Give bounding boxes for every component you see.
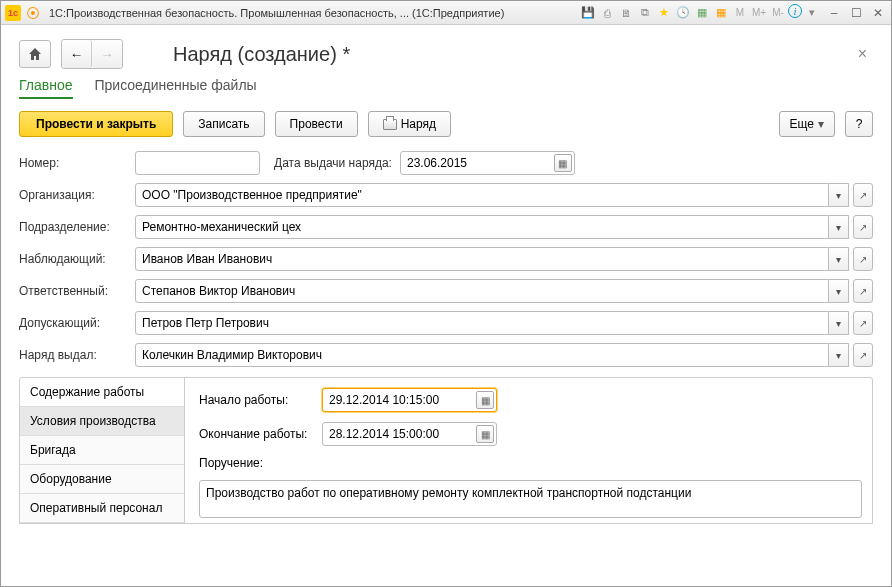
label-observer: Наблюдающий: [19, 252, 127, 266]
home-icon [28, 47, 42, 61]
label-issue-date: Дата выдачи наряда: [274, 156, 392, 170]
window-titlebar: 1c ⦿ 1С:Производственная безопасность. П… [1, 1, 891, 25]
label-admitter: Допускающий: [19, 316, 127, 330]
nav-header: ← → Наряд (создание) * × [19, 39, 873, 69]
compare-tool-icon[interactable]: ⧉ [636, 4, 654, 22]
nav-group: ← → [61, 39, 123, 69]
tabs-nav: Главное Присоединенные файлы [19, 77, 873, 99]
back-button[interactable]: ← [62, 40, 92, 68]
org-open-icon[interactable]: ↗ [853, 183, 873, 207]
right-pane: Начало работы: ▦ Окончание работы: ▦ Пор… [185, 378, 872, 523]
print-tool-icon[interactable]: ⎙ [598, 4, 616, 22]
number-input[interactable] [135, 151, 260, 175]
dept-dropdown-icon[interactable]: ▾ [829, 215, 849, 239]
save-button[interactable]: Записать [183, 111, 264, 137]
side-tab-brigade[interactable]: Бригада [20, 436, 184, 465]
dept-input[interactable] [135, 215, 829, 239]
history-icon[interactable]: 🕓 [674, 4, 692, 22]
more-button[interactable]: Еще [779, 111, 835, 137]
calculator-icon[interactable]: ▦ [693, 4, 711, 22]
admitter-input[interactable] [135, 311, 829, 335]
side-tab-equipment[interactable]: Оборудование [20, 465, 184, 494]
admitter-dropdown-icon[interactable]: ▾ [829, 311, 849, 335]
org-input[interactable] [135, 183, 829, 207]
page-title: Наряд (создание) * [173, 43, 350, 66]
assignment-textarea[interactable] [199, 480, 862, 518]
side-tab-conditions[interactable]: Условия производства [20, 407, 184, 436]
minimize-button[interactable]: – [825, 4, 843, 22]
org-dropdown-icon[interactable]: ▾ [829, 183, 849, 207]
window-close-button[interactable]: ✕ [869, 4, 887, 22]
dept-open-icon[interactable]: ↗ [853, 215, 873, 239]
print-naryad-label: Наряд [401, 117, 436, 131]
observer-input[interactable] [135, 247, 829, 271]
label-dept: Подразделение: [19, 220, 127, 234]
doc-tool-icon[interactable]: 🗎 [617, 4, 635, 22]
side-tab-personnel[interactable]: Оперативный персонал [20, 494, 184, 523]
label-issuer: Наряд выдал: [19, 348, 127, 362]
forward-button[interactable]: → [92, 40, 122, 68]
label-responsible: Ответственный: [19, 284, 127, 298]
help-button[interactable]: ? [845, 111, 873, 137]
label-assignment: Поручение: [199, 456, 314, 470]
maximize-button[interactable]: ☐ [847, 4, 865, 22]
work-end-picker-icon[interactable]: ▦ [476, 425, 494, 443]
admitter-open-icon[interactable]: ↗ [853, 311, 873, 335]
page-close-button[interactable]: × [852, 41, 873, 67]
action-bar: Провести и закрыть Записать Провести Нар… [19, 111, 873, 137]
print-naryad-button[interactable]: Наряд [368, 111, 451, 137]
window-title: 1С:Производственная безопасность. Промыш… [45, 7, 575, 19]
work-start-input[interactable] [322, 388, 497, 412]
issuer-open-icon[interactable]: ↗ [853, 343, 873, 367]
responsible-dropdown-icon[interactable]: ▾ [829, 279, 849, 303]
favorites-icon[interactable]: ★ [655, 4, 673, 22]
info-dropdown-icon[interactable]: ▾ [803, 4, 821, 22]
observer-dropdown-icon[interactable]: ▾ [829, 247, 849, 271]
label-work-end: Окончание работы: [199, 427, 314, 441]
responsible-open-icon[interactable]: ↗ [853, 279, 873, 303]
post-close-button[interactable]: Провести и закрыть [19, 111, 173, 137]
tab-attached-files[interactable]: Присоединенные файлы [95, 77, 257, 99]
label-work-start: Начало работы: [199, 393, 314, 407]
observer-open-icon[interactable]: ↗ [853, 247, 873, 271]
issue-date-input[interactable] [400, 151, 575, 175]
work-start-picker-icon[interactable]: ▦ [476, 391, 494, 409]
side-tab-content[interactable]: Содержание работы [20, 378, 184, 407]
titlebar-tools: 💾 ⎙ 🗎 ⧉ ★ 🕓 ▦ ▦ M M+ M- i ▾ [579, 4, 821, 22]
save-tool-icon[interactable]: 💾 [579, 4, 597, 22]
work-end-input[interactable] [322, 422, 497, 446]
issuer-input[interactable] [135, 343, 829, 367]
post-button[interactable]: Провести [275, 111, 358, 137]
dropdown-icon[interactable]: ⦿ [25, 5, 41, 21]
label-org: Организация: [19, 188, 127, 202]
side-tabs: Содержание работы Условия производства Б… [20, 378, 185, 523]
info-icon[interactable]: i [788, 4, 802, 18]
issue-date-picker-icon[interactable]: ▦ [554, 154, 572, 172]
app-1c-icon: 1c [5, 5, 21, 21]
printer-icon [383, 119, 397, 130]
label-number: Номер: [19, 156, 127, 170]
m-icon[interactable]: M [731, 4, 749, 22]
form-rows: Номер: Дата выдачи наряда: ▦ Организация… [19, 151, 873, 367]
lower-section: Содержание работы Условия производства Б… [19, 377, 873, 524]
m-plus-icon[interactable]: M+ [750, 4, 768, 22]
responsible-input[interactable] [135, 279, 829, 303]
issuer-dropdown-icon[interactable]: ▾ [829, 343, 849, 367]
calendar-icon[interactable]: ▦ [712, 4, 730, 22]
tab-main[interactable]: Главное [19, 77, 73, 99]
m-minus-icon[interactable]: M- [769, 4, 787, 22]
home-button[interactable] [19, 40, 51, 68]
